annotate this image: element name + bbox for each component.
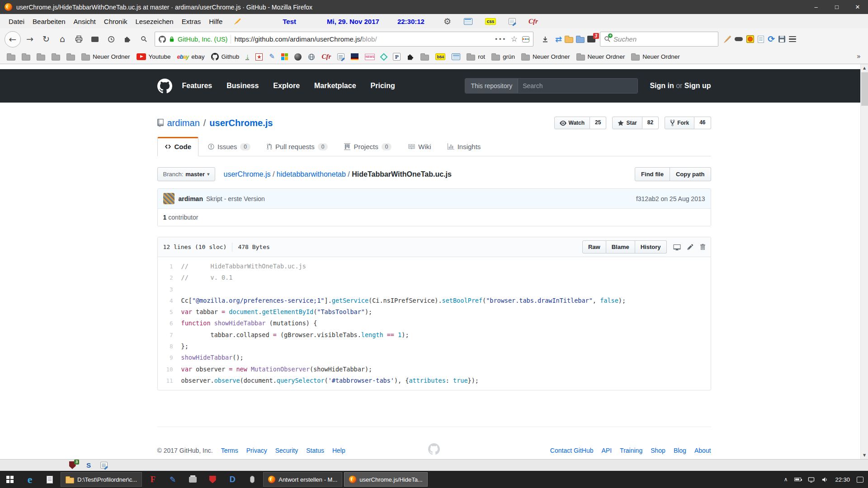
bookmark-item[interactable]: Neuer Ordner bbox=[573, 52, 628, 62]
privacy-mask-icon[interactable] bbox=[735, 37, 743, 41]
github-logo-icon[interactable] bbox=[157, 79, 172, 94]
line-number[interactable]: 2 bbox=[158, 272, 181, 283]
footer-link-shop[interactable]: Shop bbox=[651, 447, 665, 454]
repo-name-link[interactable]: userChrome.js bbox=[209, 118, 273, 128]
bookmark-item[interactable]: ✎ bbox=[266, 52, 278, 61]
edge-icon[interactable]: e bbox=[20, 471, 40, 488]
speed-dial-icon[interactable] bbox=[522, 36, 529, 42]
sign-up-link[interactable]: Sign up bbox=[684, 82, 711, 89]
footer-link-api[interactable]: API bbox=[602, 447, 612, 454]
menu-datei[interactable]: Datei bbox=[5, 16, 28, 27]
edit-button[interactable] bbox=[687, 244, 693, 251]
paintbrush-icon[interactable] bbox=[724, 36, 731, 43]
gh-nav-features[interactable]: Features bbox=[182, 82, 212, 90]
bookmark-item[interactable] bbox=[417, 52, 432, 62]
bookmark-item[interactable] bbox=[291, 52, 305, 62]
addons-puzzle-icon[interactable] bbox=[120, 32, 135, 47]
footer-link-blog[interactable]: Blog bbox=[674, 447, 686, 454]
folder-blue-icon[interactable] bbox=[576, 35, 585, 43]
bookmark-item[interactable]: NEWS bbox=[362, 52, 378, 61]
bookmark-item[interactable]: b64 bbox=[432, 52, 448, 61]
cfr-badge-icon[interactable]: Cfr bbox=[528, 17, 538, 26]
page-list-icon[interactable] bbox=[758, 36, 764, 43]
window-panel-icon[interactable] bbox=[452, 53, 460, 60]
hamburger-menu-icon[interactable] bbox=[789, 36, 796, 42]
bookmark-item[interactable] bbox=[33, 52, 48, 62]
gear-icon[interactable]: ⚙ bbox=[443, 17, 451, 26]
sign-in-link[interactable]: Sign in bbox=[650, 82, 674, 89]
quill-blue-icon[interactable]: ✎ bbox=[163, 471, 183, 488]
bookmark-item[interactable] bbox=[305, 52, 318, 62]
taskbar-window-button[interactable]: userChrome.js/HideTa... bbox=[344, 472, 427, 487]
line-number[interactable]: 4 bbox=[158, 295, 181, 306]
save-floppy-icon[interactable] bbox=[778, 36, 785, 42]
close-button[interactable]: ✕ bbox=[847, 0, 868, 14]
bookmark-star-icon[interactable]: ☆ bbox=[511, 35, 518, 43]
window-panel-icon[interactable] bbox=[464, 17, 472, 26]
notes-icon[interactable] bbox=[100, 462, 108, 469]
bookmark-item[interactable] bbox=[4, 52, 19, 62]
tray-clock[interactable]: 22:30 bbox=[835, 476, 850, 483]
forward-button[interactable]: → bbox=[23, 32, 37, 47]
folder-gold-icon[interactable] bbox=[565, 35, 573, 43]
breadcrumb-link[interactable]: userChrome.js bbox=[223, 170, 270, 178]
notes-icon[interactable] bbox=[337, 53, 344, 60]
search-bar[interactable] bbox=[600, 32, 718, 47]
print-button[interactable] bbox=[71, 32, 86, 47]
footer-link-about[interactable]: About bbox=[694, 447, 711, 454]
github-search-input[interactable] bbox=[518, 79, 637, 93]
commit-author-link[interactable]: ardiman bbox=[179, 195, 203, 202]
bookmark-item[interactable] bbox=[448, 52, 463, 61]
speaker-icon[interactable] bbox=[821, 476, 828, 483]
chevron-up-icon[interactable]: ∧ bbox=[784, 477, 788, 482]
marker-pen-icon[interactable] bbox=[232, 16, 243, 26]
commit-message-link[interactable]: Skript - erste Version bbox=[206, 195, 265, 202]
page-scrollbar[interactable]: ▲ ▼ bbox=[860, 64, 868, 459]
line-number[interactable]: 10 bbox=[158, 364, 181, 375]
github-search[interactable]: This repository bbox=[465, 78, 638, 94]
line-number[interactable]: 5 bbox=[158, 306, 181, 318]
css-badge-icon[interactable]: css bbox=[485, 17, 496, 26]
footer-link-help[interactable]: Help bbox=[332, 447, 345, 454]
site-identity[interactable]: GitHub, Inc. (US) bbox=[178, 36, 227, 43]
ublock-shield-icon[interactable]: 3 bbox=[68, 461, 77, 470]
commit-sha-link[interactable]: f312ab2 bbox=[636, 195, 659, 202]
footer-link-training[interactable]: Training bbox=[620, 447, 642, 454]
fork-button[interactable]: Fork bbox=[665, 117, 694, 129]
tab-pull-requests[interactable]: Pull requests0 bbox=[260, 137, 335, 156]
explorer-window-button[interactable]: D:\Test\Profilordner\c... bbox=[61, 472, 142, 487]
find-file-button[interactable]: Find file bbox=[635, 167, 670, 181]
footer-link-privacy[interactable]: Privacy bbox=[246, 447, 267, 454]
bookmark-item[interactable]: ↓ bbox=[242, 52, 252, 61]
bookmark-item[interactable]: ★ bbox=[252, 52, 266, 62]
footer-link-security[interactable]: Security bbox=[275, 447, 298, 454]
bookmark-item[interactable]: Neuer Ordner bbox=[78, 52, 133, 62]
display-icon[interactable] bbox=[808, 476, 815, 483]
footer-link-terms[interactable]: Terms bbox=[221, 447, 238, 454]
bookmark-item[interactable] bbox=[404, 52, 417, 62]
menu-lesezeichen[interactable]: Lesezeichen bbox=[131, 16, 177, 27]
bookmarks-overflow-chevron[interactable]: » bbox=[853, 53, 864, 60]
fax-icon[interactable] bbox=[183, 471, 203, 488]
chat-bubble-icon[interactable] bbox=[857, 477, 863, 483]
menu-chronik[interactable]: Chronik bbox=[100, 16, 132, 27]
cfr-badge-icon[interactable]: Cfr bbox=[321, 53, 331, 61]
sync-icon[interactable]: ⟳ bbox=[768, 35, 775, 43]
tab-insights[interactable]: Insights bbox=[441, 137, 488, 156]
avatar[interactable] bbox=[163, 193, 175, 204]
bookmark-item[interactable] bbox=[378, 53, 390, 61]
noscript-orange-icon[interactable] bbox=[746, 35, 754, 43]
fork-count[interactable]: 46 bbox=[694, 117, 711, 129]
sidebar-panel-icon[interactable]: 3 bbox=[587, 36, 595, 42]
bookmark-item[interactable] bbox=[63, 52, 78, 62]
session-s-icon[interactable]: S bbox=[84, 461, 93, 470]
scrollbar-down-arrow[interactable]: ▼ bbox=[861, 451, 868, 459]
tab-wiki[interactable]: Wiki bbox=[401, 137, 438, 156]
tab-projects[interactable]: Projects0 bbox=[337, 137, 398, 156]
url-bar[interactable]: GitHub, Inc. (US) https://github.com/ard… bbox=[155, 32, 533, 47]
line-number[interactable]: 11 bbox=[158, 375, 181, 386]
bookmark-item[interactable]: Neuer Ordner bbox=[518, 52, 573, 62]
bookmark-item[interactable]: Cfr bbox=[318, 52, 334, 62]
bookmark-item[interactable] bbox=[19, 52, 33, 62]
contributors-row[interactable]: 1 contributor bbox=[158, 209, 711, 226]
